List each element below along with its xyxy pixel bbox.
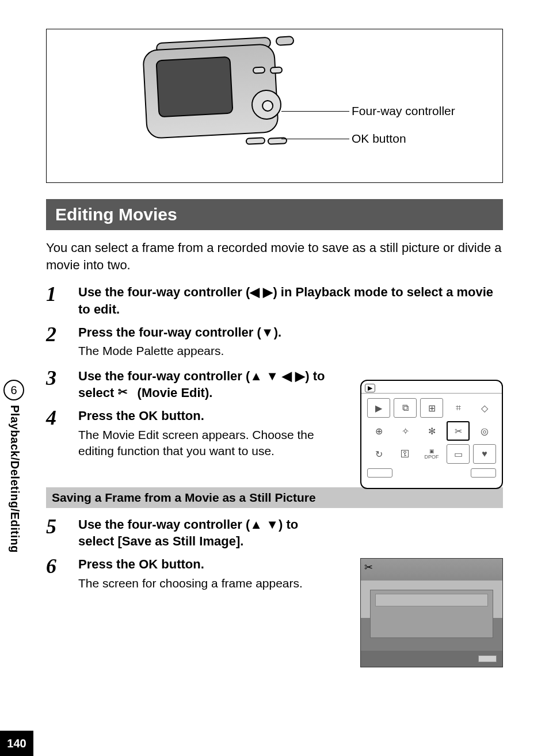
palette-cell: ⊕ [367,421,390,441]
palette-cell: ♥ [473,444,496,464]
step-number: 4 [46,406,56,429]
step-title: Use the four-way controller (▲ ▼) to sel… [78,516,326,550]
palette-cell: ⌗ [447,398,470,418]
step-number: 1 [46,282,56,306]
left-arrow-icon: ◀ [250,285,260,299]
palette-cell: ⧉ [394,398,417,418]
step-number: 6 [46,555,56,578]
leader-line [281,111,349,112]
left-arrow-icon: ◀ [282,369,292,383]
palette-cell: ✻ [420,421,443,441]
step-number: 3 [46,366,56,390]
scissors-icon: ✂ [118,386,134,399]
label-ok: OK button [352,132,406,146]
palette-softkey [367,468,392,478]
step-text: The Movie Edit screen appears. Choose th… [78,427,326,460]
palette-cell-selected: ✂ [447,421,470,441]
palette-cell: ▭ [447,444,470,464]
palette-cell: ▣DPOF [420,444,443,464]
dialog-option [375,594,488,606]
step-title: Use the four-way controller (◀ ▶) in Pla… [78,284,503,318]
chapter-badge: 6 [3,380,24,400]
up-arrow-icon: ▲ [250,517,262,532]
right-arrow-icon: ▶ [263,285,273,299]
mode-palette-thumbnail: ▶ ▶ ⧉ ⊞ ⌗ ◇ ⊕ ✧ ✻ ✂ ◎ ↻ ⚿ ▣DPOF ▭ ♥ [360,380,503,489]
subheading: Saving a Frame from a Movie as a Still P… [46,487,503,508]
palette-softkey [471,468,496,478]
palette-cell: ◇ [473,398,496,418]
step-5: 5 Use the four-way controller (▲ ▼) to s… [46,516,503,552]
softkey-icon [478,655,497,662]
step-text: The Mode Palette appears. [78,343,503,359]
side-tab: 6 Playback/Deleting/Editing [0,380,26,553]
step-2: 2 Press the four-way controller (▼). The… [46,324,503,364]
step-title: Press the four-way controller (▼). [78,324,503,341]
dialog-box [370,590,493,638]
palette-cell: ▶ [367,398,390,418]
page-number: 140 [0,731,33,756]
palette-cell: ✧ [394,421,417,441]
right-arrow-icon: ▶ [295,369,305,383]
palette-cell: ⚿ [394,444,417,464]
step-number: 2 [46,323,56,346]
down-arrow-icon: ▼ [266,369,279,383]
scissors-icon: ✂ [364,561,373,574]
down-arrow-icon: ▼ [261,325,274,339]
step-text: The screen for choosing a frame appears. [78,575,326,591]
label-fourway: Four-way controller [352,104,455,118]
step-number: 5 [46,515,56,538]
leader-line [281,139,349,139]
intro-text: You can select a frame from a recorded m… [46,239,503,273]
camera-figure: Four-way controller OK button [46,29,503,183]
movie-edit-screenshot: ✂ [360,558,503,667]
step-title: Press the OK button. [78,556,326,573]
step-title: Press the OK button. [78,407,326,425]
camera-illustration [139,35,288,150]
svg-text:✂: ✂ [118,386,128,398]
playback-icon: ▶ [365,384,375,392]
palette-cell: ◎ [473,421,496,441]
section-title: Editing Movies [46,199,503,230]
step-1: 1 Use the four-way controller (◀ ▶) in P… [46,284,503,320]
chapter-label: Playback/Deleting/Editing [8,405,21,553]
palette-cell: ↻ [367,444,390,464]
step-title: Use the four-way controller (▲ ▼ ◀ ▶) to… [78,368,326,402]
manual-page: Four-way controller OK button Editing Mo… [0,0,549,756]
up-arrow-icon: ▲ [250,369,262,383]
down-arrow-icon: ▼ [266,517,279,532]
palette-cell: ⊞ [420,398,443,418]
